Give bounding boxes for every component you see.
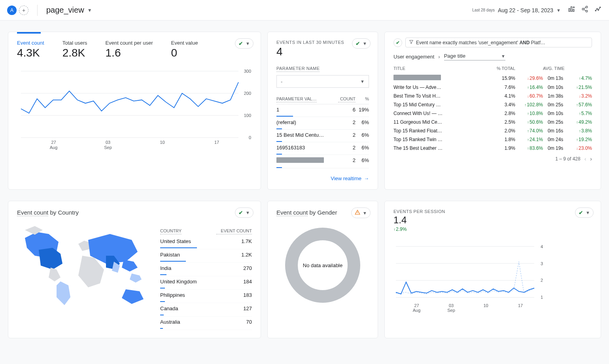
chevron-down-icon: ▼ [586, 210, 590, 215]
account-avatar[interactable]: A [7, 6, 17, 15]
table-row[interactable]: United Kingdom184 [160, 276, 252, 290]
chevron-down-icon: ▼ [87, 8, 92, 13]
gender-card: ▼ Event count by Gender No data availabl… [267, 201, 378, 338]
svg-point-6 [595, 10, 596, 11]
chevron-down-icon: ▼ [246, 210, 250, 215]
svg-text:100: 100 [244, 113, 251, 118]
th-param-value: PARAMETER VAL… [276, 96, 317, 102]
no-data-text: No data available [303, 262, 342, 268]
metric-tab[interactable]: Total users2.8K [62, 40, 87, 59]
chevron-down-icon: ▼ [363, 41, 367, 46]
svg-point-8 [598, 9, 599, 10]
user-engagement-card: ✔ Event name exactly matches 'user_engag… [384, 32, 601, 190]
dimension-select[interactable]: Page title ▼ [444, 53, 505, 60]
warning-icon [355, 209, 360, 216]
svg-rect-1 [571, 7, 572, 11]
metric-tab[interactable]: Event value0 [171, 40, 198, 59]
event-count-line-chart: 010020030027Aug03Sep1017 [17, 67, 253, 153]
pager-next[interactable]: › [590, 156, 592, 162]
svg-text:3: 3 [541, 261, 543, 266]
insights-icon[interactable] [595, 6, 602, 15]
check-circle-icon: ✔ [579, 209, 583, 216]
table-row[interactable]: (referral)26% [276, 117, 369, 130]
events-per-session-card: ✔ ▼ EVENTS PER SESSION 1.4 ↑2.9% 123427A… [384, 201, 601, 338]
filter-chip[interactable]: Event name exactly matches 'user_engagem… [405, 38, 592, 47]
table-row[interactable]: Connect With Us! — … 2.8% ↑10.8% 0m 10s … [393, 109, 592, 118]
svg-text:2: 2 [541, 278, 543, 283]
add-comparison-button[interactable]: + [19, 6, 28, 15]
table-row[interactable]: Top 15 Ranked Float… 2.0% ↑74.0% 0m 16s … [393, 126, 592, 135]
card-status-menu[interactable]: ✔ ▼ [575, 207, 594, 218]
metrics-row: Event count4.3KTotal users2.8KEvent coun… [17, 40, 252, 59]
table-row[interactable]: Top 15 Ranked Twin … 1.8% ↑24.1% 0m 24s … [393, 135, 592, 144]
table-row[interactable]: 1619% [276, 104, 369, 117]
metric-tab[interactable]: Event count4.3K [17, 40, 44, 59]
table-row[interactable]: 15.9% ↓29.6% 0m 13s ↑4.7% [393, 73, 592, 83]
svg-rect-0 [569, 9, 570, 12]
param-name-select[interactable]: - ▼ [276, 75, 369, 88]
table-row[interactable]: 11 Gorgeous Mid Ce… 2.5% ↑50.6% 0m 25s ↑… [393, 118, 592, 126]
card-status-menu[interactable]: ✔ ▼ [352, 38, 371, 49]
th-country: COUNTRY [160, 228, 182, 234]
th-count: COUNT [338, 96, 356, 102]
country-table: COUNTRY EVENT COUNT United States1.7KPak… [160, 228, 252, 330]
svg-point-5 [586, 10, 588, 12]
customize-icon[interactable] [568, 6, 575, 15]
chevron-down-icon: ▼ [556, 8, 561, 13]
svg-point-4 [582, 8, 584, 10]
view-realtime-link[interactable]: View realtime → [276, 175, 369, 181]
svg-text:4: 4 [541, 244, 543, 249]
date-range-picker[interactable]: Last 28 days Aug 22 - Sep 18, 2023 ▼ [472, 7, 561, 13]
filter-text: Event name exactly matches 'user_engagem… [416, 40, 545, 45]
svg-text:Aug: Aug [50, 145, 58, 150]
check-circle-icon: ✔ [238, 40, 243, 47]
svg-point-9 [600, 7, 600, 8]
table-row[interactable]: Write for Us — Adve… 7.6% ↑16.4% 0m 10s … [393, 83, 592, 92]
realtime-card: ✔ ▼ EVENTS IN LAST 30 MINUTES 4 PARAMETE… [267, 32, 378, 190]
event-overview-card: Event count4.3KTotal users2.8KEvent coun… [8, 32, 261, 190]
svg-text:1: 1 [541, 295, 543, 300]
table-row[interactable]: 15 Best Mid Centu…26% [276, 130, 369, 142]
card-status-menu[interactable]: ✔ ▼ [235, 38, 253, 49]
metric-tab[interactable]: Event count per user1.6 [106, 40, 153, 59]
engagement-table: TITLE % TOTAL AVG. TIME 15.9% ↓29.6% 0m … [393, 66, 592, 153]
svg-text:27: 27 [414, 303, 419, 308]
check-circle-icon: ✔ [238, 209, 243, 216]
table-row[interactable]: Philippines183 [160, 290, 252, 303]
pager-prev[interactable]: ‹ [584, 156, 586, 162]
table-row[interactable]: 26% [276, 155, 369, 168]
world-map[interactable] [17, 222, 151, 309]
chevron-down-icon: ▼ [501, 54, 505, 58]
card-status-menu[interactable]: ✔ ▼ [235, 207, 253, 218]
top-actions [568, 6, 602, 15]
svg-text:Sep: Sep [447, 308, 455, 313]
filter-chip-row: ✔ Event name exactly matches 'user_engag… [393, 38, 592, 47]
svg-text:Sep: Sep [104, 145, 112, 150]
event-selector[interactable]: page_view ▼ [46, 6, 92, 15]
table-row[interactable]: The 15 Best Leather … 1.9% ↑83.6% 0m 19s… [393, 144, 592, 153]
svg-text:17: 17 [214, 140, 219, 145]
table-row[interactable]: Pakistan1.2K [160, 249, 252, 263]
chevron-down-icon: ▼ [363, 211, 367, 215]
svg-text:17: 17 [518, 303, 523, 308]
svg-text:10: 10 [483, 303, 488, 308]
table-row[interactable]: India270 [160, 263, 252, 276]
table-row[interactable]: Best Time To Visit H… 4.1% ↓60.7% 1m 38s… [393, 92, 592, 100]
chevron-down-icon: ▼ [360, 79, 365, 84]
table-row[interactable]: Top 15 Mid Century … 3.4% ↑102.8% 0m 25s… [393, 100, 592, 109]
table-row[interactable]: 169516318326% [276, 142, 369, 155]
event-title-text: page_view [46, 6, 84, 15]
card-status-menu[interactable]: ▼ [351, 207, 371, 218]
table-row[interactable]: Canada127 [160, 303, 252, 317]
svg-rect-2 [573, 9, 574, 11]
share-icon[interactable] [581, 6, 588, 15]
country-card-title: Event count by Country [17, 209, 252, 216]
table-row[interactable]: Australia70 [160, 317, 252, 330]
gender-donut-chart: No data available [285, 228, 360, 303]
svg-text:03: 03 [449, 303, 454, 308]
breadcrumb: User engagement › Page title ▼ [393, 53, 592, 60]
svg-text:03: 03 [106, 140, 110, 145]
check-circle-icon: ✔ [356, 40, 360, 47]
table-row[interactable]: United States1.7K [160, 236, 252, 249]
param-name-label: PARAMETER NAME [276, 66, 320, 72]
